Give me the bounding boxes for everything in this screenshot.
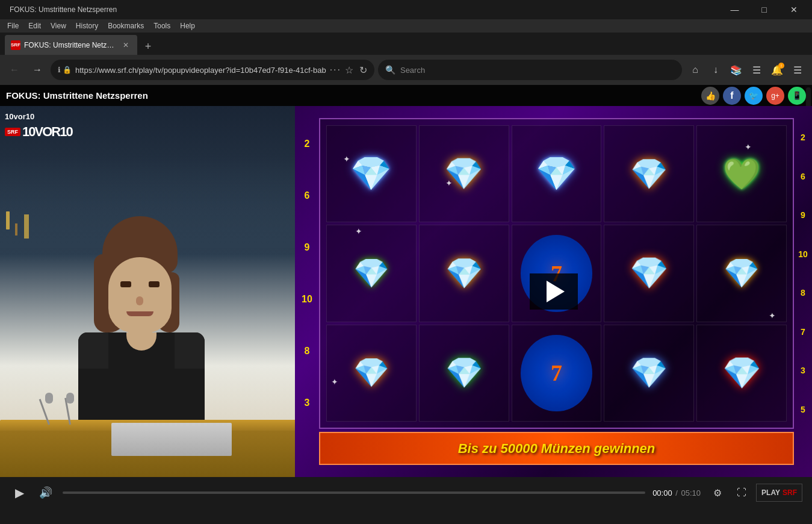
anchor-mouth [126, 311, 153, 316]
slot-cell-r2c1: 💎 [326, 225, 417, 322]
tab-title: FOKUS: Umstrittene Netzsperr… [24, 41, 117, 49]
menu-history[interactable]: History [71, 20, 103, 31]
tab-close-button[interactable]: ✕ [120, 40, 131, 51]
slot-cell-r3c5: 💎 [696, 325, 787, 422]
slot-num-right-2: 6 [801, 172, 805, 181]
new-tab-button[interactable]: + [140, 38, 157, 55]
tab-favicon: SRF [11, 40, 20, 50]
slot-cell-r2c4: 💎 [604, 225, 694, 322]
lock-icon: 🔒 [63, 66, 72, 74]
play-icon: ▶ [15, 485, 24, 500]
nav-right-buttons: ⌂ ↓ 📚 ☰ 🔔 ! ☰ [686, 60, 807, 80]
slot-numbers-left: 2 6 9 10 8 3 [295, 118, 319, 429]
minimize-button[interactable]: — [721, 0, 748, 19]
settings-button[interactable]: ⚙ [708, 483, 727, 502]
menu-button[interactable]: ☰ [788, 60, 807, 80]
search-icon: 🔍 [385, 65, 395, 75]
video-play-button[interactable] [530, 273, 578, 310]
gem-blue-1: 💎 [350, 154, 392, 193]
home-button[interactable]: ⌂ [686, 60, 705, 80]
window-controls: — □ ✕ [721, 0, 807, 19]
gem-green-3: 💎 [445, 355, 483, 390]
fullscreen-button[interactable]: ⛶ [732, 483, 751, 502]
slot-num-left-1: 2 [305, 139, 310, 149]
slot-cell-r2c5: 💎 [696, 225, 787, 322]
menu-file[interactable]: File [2, 20, 23, 31]
slot-num-right-3: 9 [801, 210, 805, 220]
gem-blue-3: 💎 [630, 355, 668, 390]
right-controls: ⚙ ⛶ PLAY SRF [708, 483, 802, 502]
video-area: FOKUS: Umstrittene Netzsperren 👍 f 🐦 g+ … [0, 85, 812, 477]
volume-button[interactable]: 🔊 [36, 483, 55, 502]
like-button[interactable]: 👍 [701, 87, 719, 105]
slot-num-left-6: 3 [305, 398, 310, 408]
slot-cell-r3c1: 💎 [326, 325, 417, 422]
share-icons: 👍 f 🐦 g+ 📱 [701, 87, 806, 105]
time-separator: / [674, 488, 679, 497]
gem-red-1: 💎 [722, 355, 761, 391]
bookmark-star-button[interactable]: ☆ [345, 64, 353, 76]
anchor-nose [136, 296, 143, 305]
slot-cell-r3c2: 💎 [419, 325, 509, 422]
settings-icon: ⚙ [713, 487, 722, 499]
seven-symbol-2: 7 [521, 335, 592, 411]
anchor-head [108, 257, 172, 332]
gem-yellow-5: 💎 [353, 356, 389, 390]
maximize-button[interactable]: □ [751, 0, 778, 19]
reader-mode-button[interactable]: ☰ [747, 60, 766, 80]
download-button[interactable]: ↓ [706, 60, 725, 80]
more-options-button[interactable]: ··· [330, 64, 341, 75]
desk-podium [111, 423, 232, 456]
forward-button[interactable]: → [28, 60, 47, 80]
channel-identifier: 10vor10 [5, 111, 34, 122]
info-icon: ℹ [58, 66, 61, 74]
total-time: 05:10 [681, 488, 701, 497]
sync-notification-button[interactable]: 🔔 ! [767, 60, 787, 80]
menu-tools[interactable]: Tools [149, 20, 175, 31]
library-button[interactable]: 📚 [727, 60, 746, 80]
close-button[interactable]: ✕ [780, 0, 807, 19]
play-srf-button[interactable]: PLAY SRF [756, 484, 802, 502]
slot-num-right-6: 7 [801, 327, 805, 337]
title-bar: FOKUS: Umstrittene Netzsperren — □ ✕ [0, 0, 812, 19]
sparkle-4: ✦ [355, 226, 362, 236]
play-pause-button[interactable]: ▶ [10, 483, 29, 502]
googleplus-share-button[interactable]: g+ [766, 87, 784, 105]
gem-yellow-3: 💎 [445, 256, 483, 291]
menu-edit[interactable]: Edit [23, 20, 46, 31]
facebook-share-button[interactable]: f [723, 87, 741, 105]
address-bar[interactable]: ℹ 🔒 https://www.srf.ch/play/tv/popupvide… [51, 60, 374, 80]
active-tab[interactable]: SRF FOKUS: Umstrittene Netzsperr… ✕ [5, 35, 137, 55]
video-progress-bar[interactable] [63, 491, 645, 494]
slot-num-left-3: 9 [305, 242, 310, 253]
microphone-right [69, 398, 71, 425]
srf-logo: SRF 10VOR10 [5, 124, 72, 140]
srf-badge: SRF [5, 128, 20, 136]
sparkle-1: ✦ [343, 154, 350, 164]
whatsapp-share-button[interactable]: 📱 [788, 87, 806, 105]
time-display: 00:00 / 05:10 [652, 488, 701, 497]
search-input[interactable]: Search [400, 66, 675, 75]
slot-num-right-5: 8 [801, 288, 805, 298]
slot-cell-r1c5: 💚 [696, 125, 787, 222]
slot-num-right-7: 3 [801, 366, 805, 375]
anchor-desk [0, 420, 295, 477]
search-bar[interactable]: 🔍 Search [378, 60, 682, 80]
sparkle-2: ✦ [445, 178, 453, 188]
play-triangle-icon [547, 281, 565, 302]
fullscreen-icon: ⛶ [737, 487, 746, 498]
back-button[interactable]: ← [5, 60, 24, 80]
play-srf-text: PLAY [761, 488, 780, 497]
gem-yellow-4: 💎 [724, 257, 760, 290]
video-top-bar: FOKUS: Umstrittene Netzsperren 👍 f 🐦 g+ … [0, 85, 812, 106]
menu-view[interactable]: View [46, 20, 71, 31]
gem-orange-1: 💎 [630, 255, 669, 292]
sparkle-3: ✦ [745, 142, 752, 152]
title-bar-text: FOKUS: Umstrittene Netzsperren [10, 5, 117, 14]
current-time: 00:00 [652, 488, 672, 497]
twitter-share-button[interactable]: 🐦 [745, 87, 763, 105]
menu-bookmarks[interactable]: Bookmarks [103, 20, 149, 31]
menu-help[interactable]: Help [175, 20, 200, 31]
slot-cell-r3c4: 💎 [604, 325, 694, 422]
reload-button[interactable]: ↻ [359, 64, 367, 76]
